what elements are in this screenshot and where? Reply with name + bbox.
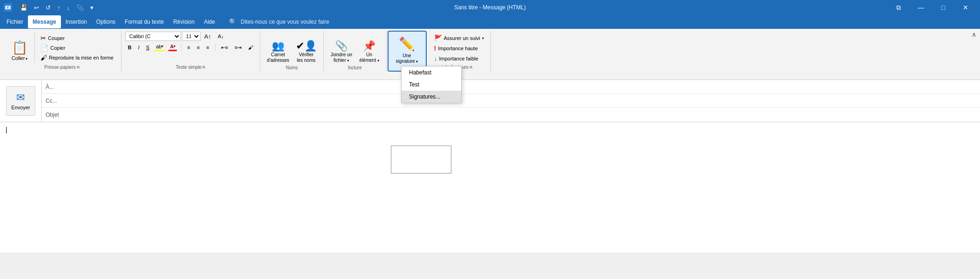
high-importance-button[interactable]: ! Importance haute <box>431 44 487 53</box>
attach-item-button[interactable]: 📌 Unélément ▾ <box>356 32 383 65</box>
bold-button[interactable]: B <box>125 43 134 52</box>
move-up-btn[interactable]: ↑ <box>55 3 63 12</box>
signature-habefast-item[interactable]: Habefast <box>402 66 461 79</box>
save-btn[interactable]: 💾 <box>18 3 30 12</box>
quick-access-toolbar: 💾 ↩ ↺ ↑ ↓ 📎 ▾ <box>18 3 96 12</box>
low-importance-button[interactable]: ↓ Importance faible <box>431 54 487 63</box>
to-input[interactable] <box>74 80 976 93</box>
font-size-select[interactable]: 11 <box>182 32 201 41</box>
subject-label: Objet <box>46 112 74 118</box>
cut-label: Couper <box>48 35 65 41</box>
followup-dropdown[interactable]: ▾ <box>482 36 484 40</box>
highlight-button[interactable]: ab ▾ <box>153 43 166 52</box>
signature-icon: ✏️ <box>399 36 415 52</box>
ribbon: ∧ 📋 Coller▾ ✂ Couper <box>0 29 980 80</box>
send-icon: ✉ <box>16 92 25 104</box>
font-grow-button[interactable]: A↑ <box>201 32 214 41</box>
cc-input[interactable] <box>74 94 976 107</box>
check-names-label: Vérifierles noms <box>297 52 315 63</box>
redo-btn[interactable]: ↺ <box>43 3 53 12</box>
followup-button[interactable]: 🚩 Assurer un suivi ▾ <box>431 33 487 43</box>
cut-icon: ✂ <box>40 34 46 42</box>
format-painter-icon: 🖌 <box>40 54 47 61</box>
restore-btn[interactable]: ⧉ <box>888 0 909 15</box>
send-panel: ✉ Envoyer <box>0 80 42 122</box>
address-book-icon: 👥 <box>272 41 284 51</box>
copy-button[interactable]: 📄 Copier <box>38 43 116 53</box>
to-label[interactable]: À... <box>46 84 74 90</box>
low-importance-label: Importance faible <box>439 56 478 61</box>
font-expand-icon[interactable]: ⧉ <box>202 65 205 70</box>
align-left-button[interactable]: ≡ <box>184 43 193 52</box>
ribbon-group-signature: ✏️ Unesignature ▾ <box>388 31 427 72</box>
decrease-indent-button[interactable]: ⇤≡ <box>218 43 231 52</box>
email-body[interactable]: | <box>0 122 980 252</box>
italic-button[interactable]: I <box>135 43 142 52</box>
attach-item-icon: 📌 <box>363 41 376 51</box>
search-label[interactable]: Dites-nous ce que vous voulez faire <box>241 19 329 25</box>
font-name-select[interactable]: Calibri (C <box>125 32 181 41</box>
font-shrink-button[interactable]: A↓ <box>215 32 227 41</box>
ribbon-search[interactable]: 🔍 Dites-nous ce que vous voulez faire <box>229 18 329 26</box>
signature-placeholder-box <box>391 146 451 173</box>
copy-icon: 📄 <box>40 44 48 52</box>
underline-button[interactable]: S <box>143 43 152 52</box>
format-painter-button[interactable]: 🖌 Reproduire la mise en forme <box>38 53 116 62</box>
highlight-color-bar <box>154 50 165 51</box>
menu-message[interactable]: Message <box>28 15 61 28</box>
followup-icon: 🚩 <box>434 34 442 42</box>
indicators-expand-icon[interactable]: ⧉ <box>470 65 472 70</box>
maximize-btn[interactable]: □ <box>933 0 954 15</box>
signature-content: ✏️ Unesignature ▾ <box>392 32 422 69</box>
cc-label[interactable]: Cc... <box>46 98 74 104</box>
align-center-button[interactable]: ≡ <box>194 43 202 52</box>
menu-options[interactable]: Options <box>92 15 120 28</box>
email-fields: À... Cc... Objet <box>42 80 980 122</box>
move-down-btn[interactable]: ↓ <box>65 3 73 12</box>
highlight-dropdown[interactable]: ▾ <box>161 44 163 48</box>
close-btn[interactable]: ✕ <box>955 0 976 15</box>
signature-test-item[interactable]: Test <box>402 79 461 91</box>
address-book-button[interactable]: 👥 Carnetd'adresses <box>264 32 292 65</box>
check-names-button[interactable]: ✔👤 Vérifierles noms <box>293 32 320 65</box>
send-label: Envoyer <box>11 105 30 110</box>
subject-input[interactable] <box>74 108 976 121</box>
clipboard-expand-icon[interactable]: ⧉ <box>77 65 80 70</box>
ribbon-group-clipboard: 📋 Coller▾ ✂ Couper 📄 Copier <box>4 31 121 72</box>
menu-aide[interactable]: Aide <box>199 15 220 28</box>
send-button[interactable]: ✉ Envoyer <box>6 86 35 116</box>
search-icon: 🔍 <box>229 18 237 26</box>
title-bar: 📧 💾 ↩ ↺ ↑ ↓ 📎 ▾ Sans titre - Message (HT… <box>0 0 980 15</box>
names-label: Noms <box>264 65 319 72</box>
paste-button[interactable]: 📋 Coller▾ <box>7 32 32 63</box>
menu-insertion[interactable]: Insertion <box>61 15 92 28</box>
menu-revision[interactable]: Révision <box>168 15 199 28</box>
menu-format-texte[interactable]: Format du texte <box>120 15 168 28</box>
signatures-manage-item[interactable]: Signatures... <box>402 91 461 103</box>
attach-btn[interactable]: 📎 <box>74 3 86 12</box>
font-color-button[interactable]: A ▾ <box>167 43 178 52</box>
cut-button[interactable]: ✂ Couper <box>38 33 116 43</box>
to-field-row: À... <box>42 80 980 94</box>
signature-dropdown-menu: Habefast Test Signatures... <box>401 66 462 103</box>
undo-btn[interactable]: ↩ <box>32 3 41 12</box>
window-controls: ⧉ — □ ✕ <box>888 0 976 15</box>
clipboard-content: 📋 Coller▾ ✂ Couper 📄 Copier <box>7 31 116 65</box>
signature-button[interactable]: ✏️ Unesignature ▾ <box>392 33 422 66</box>
ribbon-group-font: Calibri (C 11 A↑ A↓ B I S ab ▾ A <box>121 31 261 72</box>
align-right-button[interactable]: ≡ <box>203 43 212 52</box>
ribbon-collapse-btn[interactable]: ∧ <box>972 31 976 38</box>
font-color-dropdown[interactable]: ▾ <box>174 44 175 48</box>
menu-fichier[interactable]: Fichier <box>2 15 28 28</box>
menu-bar: Fichier Message Insertion Options Format… <box>0 15 980 29</box>
minimize-btn[interactable]: — <box>910 0 932 15</box>
increase-indent-button[interactable]: ≡⇥ <box>232 43 244 52</box>
attach-item-label: Unélément ▾ <box>359 52 379 63</box>
ribbon-group-indicators: 🚩 Assurer un suivi ▾ ! Importance haute … <box>428 31 491 72</box>
paste-label: Coller▾ <box>12 55 28 61</box>
include-content: 📎 Joindre unfichier ▾ 📌 Unélément ▾ <box>328 31 383 65</box>
attach-file-button[interactable]: 📎 Joindre unfichier ▾ <box>328 32 356 65</box>
more-btn[interactable]: ▾ <box>88 3 96 12</box>
indicator-buttons: 🚩 Assurer un suivi ▾ ! Importance haute … <box>431 32 487 63</box>
format-options-button[interactable]: 🖌 <box>245 43 256 52</box>
